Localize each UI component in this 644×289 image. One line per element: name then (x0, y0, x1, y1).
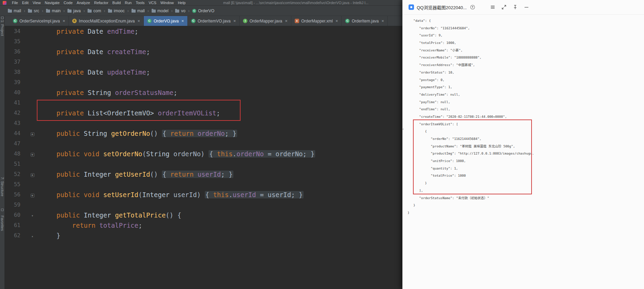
line-number[interactable]: 43 (5, 118, 24, 128)
line-number[interactable]: 40 (5, 87, 24, 98)
breadcrumb-item-model[interactable]: model (151, 8, 170, 14)
line-number[interactable]: 59 (5, 200, 24, 210)
line-number[interactable]: 56 (5, 190, 24, 200)
chevron-right-icon: › (187, 9, 190, 13)
breadcrumb-item-mall[interactable]: mall (131, 8, 146, 14)
close-tab-icon[interactable]: × (382, 18, 384, 23)
menu-help[interactable]: Help (176, 1, 188, 5)
json-line: "totalPrice": 1000 (402, 172, 534, 179)
line-number[interactable]: 61 (5, 220, 24, 230)
chevron-right-icon: › (63, 9, 65, 13)
tab-orderitem.java[interactable]: COrderItem.java× (342, 16, 388, 26)
menu-run[interactable]: Run (123, 1, 134, 5)
gutter-fold-area (24, 98, 41, 108)
breadcrumb-item-mall[interactable]: mall (7, 8, 22, 14)
json-lines: "data": {"orderNo": "116214445684","user… (402, 17, 534, 216)
breadcrumb-item-src[interactable]: src (27, 8, 40, 14)
json-line: "paymentType": 1, (402, 83, 534, 91)
tab-ordermapper.xml[interactable]: xOrderMapper.xml× (291, 16, 342, 26)
gutter-fold-area (24, 87, 41, 98)
line-number[interactable]: 55 (5, 179, 24, 190)
menu-window[interactable]: Window (158, 1, 176, 5)
share-icon[interactable] (470, 4, 476, 10)
line-number[interactable]: 34 (5, 26, 24, 36)
breadcrumb-item-java[interactable]: java (66, 8, 82, 14)
fullscreen-icon[interactable] (501, 4, 507, 10)
tab-ordermapper.java[interactable]: IOrderMapper.java× (240, 16, 291, 26)
gutter-fold-area (24, 118, 41, 128)
fold-collapsed-icon[interactable]: + (31, 153, 34, 157)
favorites-tool-icon[interactable] (1, 209, 4, 211)
close-tab-icon[interactable]: × (233, 18, 236, 23)
line-number[interactable]: 48 (5, 149, 24, 159)
breadcrumb-item-main[interactable]: main (45, 8, 62, 14)
tool-button-structure[interactable]: 7: Structure (0, 177, 4, 196)
folded-region[interactable]: { this.orderNo = orderNo; } (209, 150, 315, 158)
chevron-right-icon: › (23, 9, 26, 13)
line-number[interactable]: 38 (5, 67, 24, 77)
line-number[interactable]: 47 (5, 139, 24, 149)
folded-region[interactable]: { return userId; } (162, 171, 233, 178)
json-line: "deliveryTime": null, (402, 91, 534, 98)
line-number[interactable]: 37 (5, 57, 24, 67)
minimize-icon[interactable] (523, 4, 530, 10)
fold-collapsed-icon[interactable]: + (31, 173, 34, 177)
tab-ordervo.java[interactable]: COrderVO.java× (144, 16, 188, 26)
code-text: public void setOrderNo(String orderNo) {… (41, 149, 315, 159)
json-line: "orderStatus": 10, (402, 69, 534, 76)
breadcrumb-item-ordervo[interactable]: COrderVO (191, 8, 215, 14)
folded-region[interactable]: { return orderNo; } (162, 130, 237, 137)
tab-imoocmallexceptionenum.java[interactable]: EImoocMallExceptionEnum.java× (69, 16, 144, 26)
line-number[interactable]: 39 (5, 77, 24, 87)
chevron-right-icon: › (170, 9, 173, 13)
menu-edit[interactable]: Edit (20, 1, 31, 5)
tool-button-project[interactable]: 1: Project (0, 20, 4, 36)
breadcrumb-item-imooc[interactable]: imooc (107, 8, 126, 14)
gutter-fold-area: + (24, 149, 41, 159)
gutter-fold-area (24, 36, 41, 47)
fold-collapsed-icon[interactable]: + (31, 132, 34, 136)
tool-button-favorites[interactable]: Favorites (0, 215, 4, 231)
line-number[interactable]: 60 (5, 210, 24, 220)
tab-orderserviceimpl.java[interactable]: COrderServiceImpl.java× (10, 16, 69, 26)
json-line: "receiverName": "小慕", (402, 47, 534, 54)
menu-file[interactable]: File (10, 1, 20, 5)
line-number[interactable]: 51 (5, 159, 24, 169)
breadcrumb-item-vo[interactable]: vo (174, 8, 186, 14)
menu-analyze[interactable]: Analyze (75, 1, 92, 5)
menu-vcs[interactable]: VCS (147, 1, 158, 5)
fold-collapsed-icon[interactable]: + (31, 194, 34, 197)
app-logo-icon[interactable] (3, 1, 6, 5)
line-number[interactable]: 42 (5, 108, 24, 118)
close-tab-icon[interactable]: × (285, 18, 288, 23)
line-number[interactable]: 35 (5, 36, 24, 47)
menu-build[interactable]: Build (110, 1, 123, 5)
json-line: "payTime": null, (402, 98, 534, 106)
tab-orderitemvo.java[interactable]: COrderItemVO.java× (188, 16, 240, 26)
fold-end-icon[interactable]: ▴ (31, 234, 33, 238)
menu-refactor[interactable]: Refactor (92, 1, 110, 5)
line-number[interactable]: 52 (5, 169, 24, 179)
folder-icon (175, 10, 179, 13)
line-number[interactable]: 41 (5, 98, 24, 108)
line-number[interactable]: 62 (5, 230, 24, 241)
close-tab-icon[interactable]: × (63, 18, 65, 23)
menu-tools[interactable]: Tools (134, 1, 147, 5)
project-tool-icon[interactable] (1, 17, 4, 19)
close-tab-icon[interactable]: × (137, 18, 140, 23)
breadcrumb-item-com[interactable]: com (87, 8, 102, 14)
pin-icon[interactable] (512, 4, 518, 10)
menu-view[interactable]: View (31, 1, 43, 5)
code-text: public void setUserId(Integer userId) { … (41, 190, 304, 200)
code-text: private Date createTime; (41, 47, 150, 57)
menu-code[interactable]: Code (62, 1, 75, 5)
close-tab-icon[interactable]: × (181, 18, 184, 23)
folded-region[interactable]: { this.userId = userId; } (205, 191, 304, 198)
panel-collapse-icon[interactable]: ‹ (402, 125, 404, 133)
line-number[interactable]: 36 (5, 47, 24, 57)
menu-navigate[interactable]: Navigate (43, 1, 61, 5)
close-tab-icon[interactable]: × (336, 18, 338, 23)
menu-icon[interactable] (490, 4, 496, 10)
fold-expanded-icon[interactable]: ▾ (31, 214, 33, 218)
line-number[interactable]: 44 (5, 128, 24, 139)
